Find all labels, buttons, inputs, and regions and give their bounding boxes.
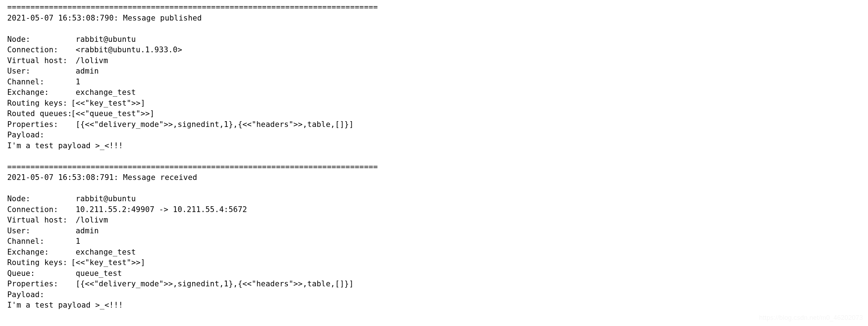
field-row: User:admin [7, 66, 861, 77]
field-row: Properties:[{<<"delivery_mode">>,signedi… [7, 279, 861, 290]
log-header-row: 2021-05-07 16:53:08:791: Message receive… [7, 172, 861, 183]
field-label: Routing keys: [7, 98, 71, 109]
log-separator-row: ========================================… [7, 2, 861, 13]
field-value: rabbit@ubuntu [76, 35, 136, 44]
watermark: https://blog.csdn.net/m0_46202073 [759, 314, 863, 322]
field-value: [<<"key_test">>] [71, 258, 145, 267]
payload-row: I'm a test payload >_<!!! [7, 300, 861, 311]
field-row: Virtual host:/lolivm [7, 56, 861, 66]
field-value: exchange_test [76, 88, 136, 97]
field-row: Properties:[{<<"delivery_mode">>,signedi… [7, 119, 861, 130]
field-value: admin [76, 67, 99, 75]
field-row: Routing keys:[<<"key_test">>] [7, 257, 861, 268]
field-value: admin [76, 226, 99, 235]
log-separator-row: ========================================… [7, 162, 861, 173]
field-row: Queue:queue_test [7, 268, 861, 279]
blank-row [7, 183, 861, 194]
log-separator: ========================================… [7, 163, 378, 171]
trace-log: ========================================… [0, 0, 868, 311]
payload-text: I'm a test payload >_<!!! [7, 301, 123, 309]
field-label: User: [7, 226, 76, 237]
field-value: [<<"queue_test">>] [71, 109, 154, 118]
blank [7, 24, 12, 33]
field-value: /lolivm [76, 56, 108, 65]
field-label: Node: [7, 34, 76, 45]
field-label: Properties: [7, 119, 76, 130]
field-label: Payload: [7, 130, 44, 141]
field-row: Routing keys:[<<"key_test">>] [7, 98, 861, 109]
field-row: Routed queues:[<<"queue_test">>] [7, 109, 861, 119]
field-label: Routed queues: [7, 109, 71, 119]
field-row: Channel:1 [7, 77, 861, 88]
log-entry-header: 2021-05-07 16:53:08:790: Message publish… [7, 14, 202, 22]
field-label: Channel: [7, 77, 76, 88]
field-row: Payload: [7, 290, 861, 300]
field-value: 1 [76, 78, 80, 86]
field-label: Queue: [7, 268, 76, 279]
field-value: queue_test [76, 269, 122, 278]
blank-row [7, 23, 861, 34]
field-value: rabbit@ubuntu [76, 194, 136, 203]
field-row: Exchange:exchange_test [7, 247, 861, 258]
blank [7, 184, 12, 193]
field-label: User: [7, 66, 76, 77]
field-row: Connection:10.211.55.2:49907 -> 10.211.5… [7, 204, 861, 215]
field-value: [<<"key_test">>] [71, 99, 145, 107]
field-value: /lolivm [76, 216, 108, 224]
field-row: Channel:1 [7, 236, 861, 247]
field-value: exchange_test [76, 248, 136, 256]
field-value: 10.211.55.2:49907 -> 10.211.55.4:5672 [76, 205, 247, 214]
field-label: Routing keys: [7, 257, 71, 268]
field-value: [{<<"delivery_mode">>,signedint,1},{<<"h… [76, 279, 354, 288]
field-label: Channel: [7, 236, 76, 247]
field-label: Node: [7, 194, 76, 204]
blank-row [7, 151, 861, 162]
field-label: Connection: [7, 204, 76, 215]
field-label: Payload: [7, 290, 44, 300]
payload-text: I'm a test payload >_<!!! [7, 141, 123, 150]
log-header-row: 2021-05-07 16:53:08:790: Message publish… [7, 13, 861, 24]
field-row: Virtual host:/lolivm [7, 215, 861, 226]
field-row: Exchange:exchange_test [7, 87, 861, 98]
field-label: Properties: [7, 279, 76, 290]
field-value: <rabbit@ubuntu.1.933.0> [76, 45, 182, 54]
field-row: Node:rabbit@ubuntu [7, 194, 861, 204]
field-value: 1 [76, 237, 80, 246]
blank [7, 152, 12, 160]
log-entry-header: 2021-05-07 16:53:08:791: Message receive… [7, 173, 197, 182]
field-label: Virtual host: [7, 215, 76, 226]
field-row: Payload: [7, 130, 861, 141]
field-value: [{<<"delivery_mode">>,signedint,1},{<<"h… [76, 120, 354, 129]
log-separator: ========================================… [7, 3, 378, 12]
field-label: Exchange: [7, 247, 76, 258]
field-label: Connection: [7, 45, 76, 56]
field-row: Node:rabbit@ubuntu [7, 34, 861, 45]
payload-row: I'm a test payload >_<!!! [7, 141, 861, 151]
field-label: Exchange: [7, 87, 76, 98]
field-label: Virtual host: [7, 56, 76, 66]
field-row: User:admin [7, 226, 861, 237]
field-row: Connection:<rabbit@ubuntu.1.933.0> [7, 45, 861, 56]
